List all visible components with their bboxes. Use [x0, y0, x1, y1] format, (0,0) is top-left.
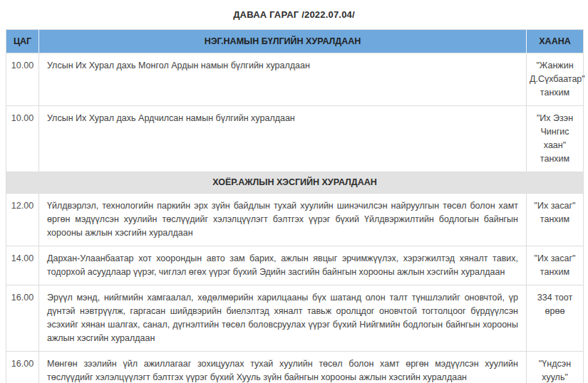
- schedule-table: ЦАГ НЭГ.НАМЫН БҮЛГИЙН ХУРАЛДААН ХААНА 10…: [6, 29, 584, 383]
- page-title: ДАВАА ГАРАГ /2022.07.04/: [0, 0, 588, 20]
- location-cell: 334 тоот өрөө: [527, 285, 584, 352]
- description-cell: Үйлдвэрлэл, технологийн паркийн эрх зүйн…: [39, 194, 527, 246]
- time-cell: 10.00: [6, 53, 39, 106]
- location-cell: "Их Эзэн Чингис хаан" танхим: [527, 106, 584, 172]
- description-cell: Дархан-Улаанбаатар хот хоорондын авто за…: [39, 246, 527, 285]
- description-cell: Мөнгөн зээлийн үйл ажиллагааг зохицуулах…: [39, 352, 527, 383]
- description-cell: Эрүүл мэнд, нийгмийн хамгаалал, хөдөлмөр…: [39, 285, 527, 352]
- time-cell: 12.00: [6, 194, 39, 246]
- schedule-row: 14.00Дархан-Улаанбаатар хот хоорондын ав…: [6, 246, 584, 285]
- location-cell: "Үндсэн хууль" танхим: [527, 352, 584, 383]
- section-title: ХОЁР.АЖЛЫН ХЭСГИЙН ХУРАЛДААН: [6, 172, 584, 194]
- description-cell: Улсын Их Хурал дахь Ардчилсан намын бүлг…: [39, 106, 527, 172]
- schedule-row: 16.00Мөнгөн зээлийн үйл ажиллагааг зохиц…: [6, 352, 584, 383]
- section-header-row: ХОЁР.АЖЛЫН ХЭСГИЙН ХУРАЛДААН: [6, 172, 584, 194]
- column-header-session: НЭГ.НАМЫН БҮЛГИЙН ХУРАЛДААН: [39, 30, 527, 53]
- schedule-row: 16.00Эрүүл мэнд, нийгмийн хамгаалал, хөд…: [6, 285, 584, 352]
- location-cell: "Жанжин Д.Сүхбаатар" танхим: [527, 53, 584, 106]
- column-header-time: ЦАГ: [6, 30, 39, 53]
- schedule-row: 12.00Үйлдвэрлэл, технологийн паркийн эрх…: [6, 194, 584, 246]
- time-cell: 10.00: [6, 106, 39, 172]
- schedule-body: 10.00Улсын Их Хурал дахь Монгол Ардын на…: [6, 53, 584, 383]
- description-cell: Улсын Их Хурал дахь Монгол Ардын намын б…: [39, 53, 527, 106]
- schedule-row: 10.00Улсын Их Хурал дахь Монгол Ардын на…: [6, 53, 584, 106]
- time-cell: 16.00: [6, 352, 39, 383]
- column-header-location: ХААНА: [527, 30, 584, 53]
- time-cell: 16.00: [6, 285, 39, 352]
- location-cell: "Их засаг" танхим: [527, 246, 584, 285]
- time-cell: 14.00: [6, 246, 39, 285]
- table-header-row: ЦАГ НЭГ.НАМЫН БҮЛГИЙН ХУРАЛДААН ХААНА: [6, 30, 584, 53]
- schedule-row: 10.00Улсын Их Хурал дахь Ардчилсан намын…: [6, 106, 584, 172]
- location-cell: "Их засаг" танхим: [527, 194, 584, 246]
